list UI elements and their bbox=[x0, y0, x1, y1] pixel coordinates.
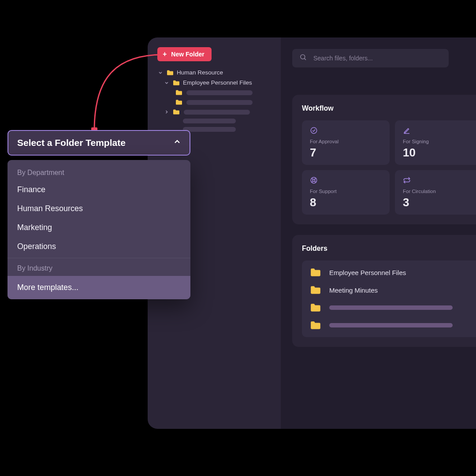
group-label-industry: By Industry bbox=[7, 258, 190, 276]
folder-label: Employee Personnel Files bbox=[329, 269, 406, 276]
pen-icon bbox=[403, 126, 475, 136]
template-option-marketing[interactable]: Marketing bbox=[7, 218, 190, 237]
more-templates-button[interactable]: More templates... bbox=[7, 276, 190, 299]
folder-icon bbox=[172, 109, 180, 115]
svg-point-2 bbox=[311, 127, 317, 134]
placeholder-bar bbox=[183, 119, 236, 123]
new-folder-label: New Folder bbox=[171, 51, 204, 58]
template-option-finance[interactable]: Finance bbox=[7, 180, 190, 199]
folder-row[interactable]: Meeting Minutes bbox=[310, 285, 475, 295]
card-value: 3 bbox=[403, 196, 475, 209]
svg-point-5 bbox=[312, 179, 315, 181]
card-label: For Approval bbox=[310, 139, 382, 144]
tree-item-placeholder[interactable] bbox=[154, 117, 275, 125]
card-signing[interactable]: For Signing 10 bbox=[395, 120, 476, 165]
template-option-operations[interactable]: Operations bbox=[7, 237, 190, 256]
lifebuoy-icon bbox=[310, 176, 382, 186]
folder-label: Meeting Minutes bbox=[329, 286, 378, 294]
template-picker: Select a Folder Template By Department F… bbox=[7, 130, 190, 299]
folder-row[interactable]: Employee Personnel Files bbox=[310, 268, 475, 277]
folder-tree: Human Resource Employee Personnel Files bbox=[154, 67, 275, 134]
card-label: For Signing bbox=[403, 139, 475, 144]
card-circulation[interactable]: For Circulation 3 bbox=[395, 170, 476, 215]
group-label-department: By Department bbox=[7, 160, 190, 180]
card-approval[interactable]: For Approval 7 bbox=[302, 120, 390, 165]
app-window: + New Folder Human Resource Em bbox=[148, 37, 476, 429]
new-folder-button[interactable]: + New Folder bbox=[157, 47, 212, 61]
svg-line-1 bbox=[304, 58, 306, 60]
template-option-hr[interactable]: Human Resources bbox=[7, 199, 190, 218]
repeat-icon bbox=[403, 176, 475, 186]
folders-panel: Folders Employee Personnel Files Meeting… bbox=[292, 235, 476, 347]
placeholder-bar bbox=[329, 305, 453, 310]
check-circle-icon bbox=[310, 126, 382, 136]
main-content: Search files, folders... Workflow For Ap… bbox=[281, 37, 476, 429]
placeholder-bar bbox=[183, 127, 236, 132]
folder-icon bbox=[310, 268, 321, 277]
workflow-cards: For Approval 7 For Signing 10 For Suppor… bbox=[302, 120, 476, 215]
card-value: 10 bbox=[403, 146, 475, 160]
tree-item-root[interactable]: Human Resource bbox=[154, 67, 275, 78]
folder-icon bbox=[175, 99, 183, 105]
tree-item-label: Employee Personnel Files bbox=[183, 79, 252, 86]
chevron-down-icon bbox=[157, 71, 164, 75]
card-label: For Circulation bbox=[403, 189, 475, 194]
template-picker-toggle[interactable]: Select a Folder Template bbox=[7, 130, 190, 156]
workflow-panel: Workflow For Approval 7 For Signing 10 bbox=[292, 95, 476, 224]
card-support[interactable]: For Support 8 bbox=[302, 170, 390, 215]
card-value: 8 bbox=[310, 196, 382, 209]
search-input[interactable]: Search files, folders... bbox=[292, 49, 449, 67]
chevron-right-icon bbox=[164, 110, 170, 114]
folder-icon bbox=[310, 320, 321, 330]
folders-title: Folders bbox=[302, 245, 476, 253]
folder-icon bbox=[175, 89, 183, 96]
tree-item-placeholder[interactable] bbox=[154, 97, 275, 107]
chevron-up-icon bbox=[174, 138, 181, 147]
template-picker-title: Select a Folder Template bbox=[17, 138, 126, 148]
folder-list: Employee Personnel Files Meeting Minutes bbox=[302, 260, 476, 337]
chevron-down-icon bbox=[164, 81, 170, 85]
placeholder-bar bbox=[186, 100, 253, 105]
folder-icon bbox=[172, 80, 180, 86]
placeholder-bar bbox=[184, 110, 250, 115]
workflow-title: Workflow bbox=[302, 104, 476, 112]
search-placeholder: Search files, folders... bbox=[313, 55, 373, 62]
tree-item-placeholder[interactable] bbox=[154, 88, 275, 97]
folder-icon bbox=[166, 70, 174, 76]
tree-item-child[interactable]: Employee Personnel Files bbox=[154, 78, 275, 88]
card-value: 7 bbox=[310, 146, 382, 160]
folder-icon bbox=[310, 285, 321, 295]
card-label: For Support bbox=[310, 189, 382, 194]
svg-point-0 bbox=[301, 55, 305, 59]
tree-item-label: Human Resource bbox=[177, 69, 223, 76]
folder-row-placeholder[interactable] bbox=[310, 303, 475, 312]
plus-icon: + bbox=[163, 51, 167, 58]
placeholder-bar bbox=[329, 323, 453, 327]
template-picker-menu: By Department Finance Human Resources Ma… bbox=[7, 160, 190, 299]
folder-row-placeholder[interactable] bbox=[310, 320, 475, 330]
placeholder-bar bbox=[186, 90, 253, 95]
search-icon bbox=[299, 53, 307, 63]
tree-item-collapsed[interactable] bbox=[154, 107, 275, 117]
folder-icon bbox=[310, 303, 321, 312]
